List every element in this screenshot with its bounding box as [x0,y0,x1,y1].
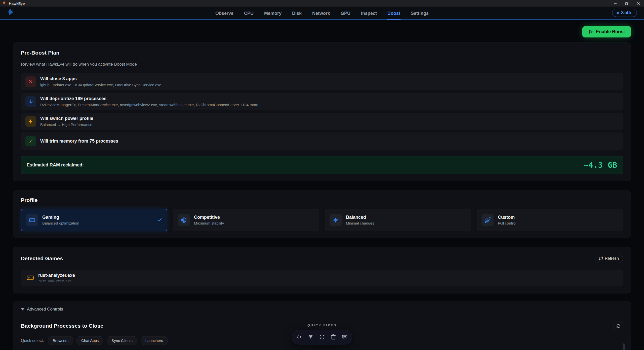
trash-icon [331,334,336,340]
profile-section: Profile Gaming Balanced optimization [13,190,631,238]
maximize-button[interactable] [621,0,632,7]
lightning-icon [25,116,36,127]
process-list-scrollbar[interactable] [623,343,625,350]
caret-down-icon [21,308,24,311]
refresh-label: Refresh [605,256,619,261]
tab-memory[interactable]: Memory [264,8,282,18]
profile-name: Competitive [194,215,224,220]
plan-item-detail: lghub_updater.exe, DSAUpdateService.exe,… [40,83,161,87]
plan-item-detail: Balanced → High Performance [40,122,93,127]
ram-reclaimed-label: Estimated RAM reclaimed: [27,162,84,168]
game-name: rust-analyzer.exe [38,273,75,278]
tab-boost[interactable]: Boost [387,8,401,18]
profile-card-gaming[interactable]: Gaming Balanced optimization [21,209,167,231]
plan-item-trim-memory: Will trim memory from 75 processes [21,133,623,150]
sync-icon [319,334,325,340]
refresh-processes-button[interactable] [614,322,623,330]
minimize-icon [614,2,617,5]
volume-fix-button[interactable] [296,334,302,340]
detected-game-row[interactable]: rust-analyzer.exe rust-analyzer.exe [21,270,623,286]
sync-fix-button[interactable] [319,334,325,340]
close-icon [637,2,640,5]
profile-title: Profile [21,197,623,203]
broom-icon [25,136,36,146]
tab-network[interactable]: Network [312,8,331,18]
detected-games-title: Detected Games [21,255,63,261]
restore-icon [625,2,628,5]
profile-grid: Gaming Balanced optimization Competitive… [21,209,623,231]
hawkeye-app-icon [3,1,7,5]
profile-name: Balanced [346,215,374,220]
tab-inspect[interactable]: Inspect [360,8,377,18]
target-icon [178,214,190,226]
chip-launchers[interactable]: Launchers [141,336,168,345]
tab-cpu[interactable]: CPU [244,8,254,18]
divider [13,316,631,316]
hawkeye-logo-icon [7,9,15,17]
plan-item-title: Will deprioritize 189 processes [40,96,258,101]
profile-desc: Balanced optimization [42,221,79,225]
detected-games-section: Detected Games Refresh rust-analyzer.exe… [13,247,631,293]
profile-name: Gaming [42,215,79,220]
preboost-plan-title: Pre-Boost Plan [21,50,623,56]
plan-item-close-apps: Will close 3 apps lghub_updater.exe, DSA… [21,73,623,90]
app-header: Observe CPU Memory Disk Network GPU Insp… [0,7,644,20]
memory-fix-button[interactable] [342,334,348,340]
tab-settings[interactable]: Settings [410,8,429,18]
chip-chat-apps[interactable]: Chat Apps [76,336,103,345]
enable-boost-button[interactable]: Enable Boost [582,26,631,37]
plan-item-power-profile: Will switch power profile Balanced → Hig… [21,113,623,130]
check-icon [157,217,162,223]
preboost-plan-subtitle: Review what HawkEye will do when you act… [21,62,623,67]
plan-item-title: Will switch power profile [40,116,93,121]
enable-boost-label: Enable Boost [596,29,625,34]
cleanup-fix-button[interactable] [330,334,336,340]
chip-sync-clients[interactable]: Sync Clients [107,336,137,345]
background-processes-title: Background Processes to Close [21,323,103,329]
advanced-controls-toggle[interactable]: Advanced Controls [21,307,623,312]
profile-desc: Minimal changes [346,221,374,225]
main-nav: Observe CPU Memory Disk Network GPU Insp… [215,8,429,18]
plan-item-title: Will close 3 apps [40,76,161,81]
advanced-controls-label: Advanced Controls [27,307,63,312]
volume-icon [297,334,302,340]
plan-list: Will close 3 apps lghub_updater.exe, DSA… [21,73,623,150]
refresh-games-button[interactable]: Refresh [595,254,623,263]
minimize-button[interactable] [609,0,621,7]
arrow-down-icon [25,96,36,107]
plan-item-deprioritize: Will deprioritize 189 processes RzDevice… [21,93,623,110]
play-icon [588,29,593,34]
wifi-fix-button[interactable] [308,334,314,340]
refresh-icon [616,324,621,328]
close-button[interactable] [632,0,644,7]
channel-badge[interactable]: Stable [612,9,637,17]
quick-fixes-label: QUICK FIXES [292,323,352,327]
gamepad-icon [26,274,34,282]
profile-desc: Maximum stability [194,221,224,225]
dock-bar [292,330,352,344]
chip-browsers[interactable]: Browsers [48,336,73,345]
gamepad-icon [26,214,38,226]
close-x-icon [25,76,36,87]
ram-reclaimed-banner: Estimated RAM reclaimed: ~4.3 GB [21,156,623,174]
quick-select-label: Quick select: [21,338,44,343]
wifi-icon [308,334,313,340]
channel-badge-label: Stable [621,11,632,15]
plan-item-title: Will trim memory from 75 processes [40,139,118,144]
profile-card-custom[interactable]: Custom Full control [477,209,623,231]
game-path: rust-analyzer.exe [38,279,75,283]
rocket-icon [481,214,494,226]
profile-card-balanced[interactable]: Balanced Minimal changes [325,209,471,231]
tab-disk[interactable]: Disk [292,8,302,18]
preboost-plan-section: Pre-Boost Plan Review what HawkEye will … [13,42,631,181]
profile-desc: Full control [498,221,516,225]
tab-observe[interactable]: Observe [215,8,234,18]
ram-reclaimed-value: ~4.3 GB [584,161,617,169]
boost-page: Enable Boost Pre-Boost Plan Review what … [0,26,644,350]
profile-card-competitive[interactable]: Competitive Maximum stability [173,209,319,231]
os-titlebar: HawkEye [0,0,644,7]
window-title: HawkEye [9,1,25,6]
status-dot-icon [617,12,619,14]
memory-chip-icon [342,334,347,340]
tab-gpu[interactable]: GPU [340,8,351,18]
